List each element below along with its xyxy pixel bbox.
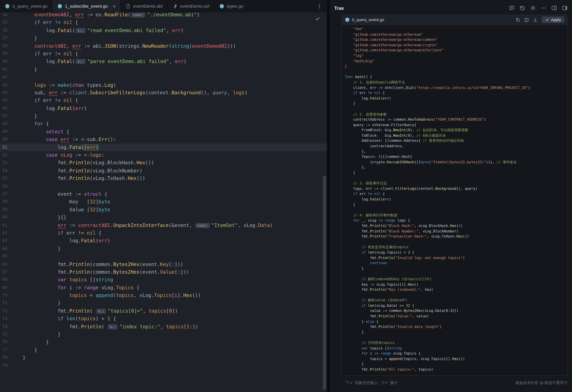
line-number[interactable]: 65 <box>0 253 21 260</box>
line-number[interactable]: 53 <box>0 159 21 167</box>
code-line-57[interactable]: 57 event := struct { <box>0 190 327 198</box>
code-line-77[interactable]: 77 } <box>0 346 327 354</box>
code-line-68[interactable]: 68 var topics []string <box>0 276 327 284</box>
line-number[interactable]: 69 <box>0 284 21 292</box>
code-line-55[interactable]: 55 fmt.Println(vLog.TxHash.Hex()) <box>0 175 327 182</box>
line-number[interactable]: 64 <box>0 245 21 253</box>
pane-divider[interactable] <box>327 0 330 392</box>
code-line-70[interactable]: 70 topics = append(topics, vLog.Topics[i… <box>0 291 327 299</box>
code-line-60[interactable]: 60 }{} <box>0 214 327 222</box>
line-number[interactable]: 62 <box>0 229 21 237</box>
code-line-45[interactable]: 45 if err != nil { <box>0 97 327 105</box>
code-line-53[interactable]: 53 fmt.Println(vLog.BlockHash.Hex()) <box>0 159 327 167</box>
line-number[interactable]: 77 <box>0 346 21 354</box>
line-number[interactable]: 76 <box>0 338 21 346</box>
line-number[interactable]: 37 <box>0 34 21 42</box>
line-number[interactable]: 71 <box>0 299 21 307</box>
line-number[interactable]: 49 <box>0 128 21 136</box>
line-number[interactable]: 58 <box>0 198 21 206</box>
code-line-56[interactable]: 56 <box>0 182 327 190</box>
editor-scrollbar[interactable] <box>323 176 326 390</box>
line-number[interactable]: 60 <box>0 214 21 222</box>
code-line-72[interactable]: 72 fmt.Println( a…:"topics[0]=", topics[… <box>0 307 327 315</box>
line-number[interactable]: 79 <box>0 362 21 369</box>
line-number[interactable]: 34 <box>0 13 21 19</box>
line-number[interactable]: 56 <box>0 182 21 190</box>
tab-bar-more-icon[interactable] <box>317 3 322 9</box>
line-number[interactable]: 45 <box>0 97 21 105</box>
line-number[interactable]: 54 <box>0 167 21 175</box>
code-editor[interactable]: 34 eventDemoABI, err := os.ReadFile(name… <box>0 13 327 392</box>
line-number[interactable]: 67 <box>0 268 21 276</box>
line-number[interactable]: 47 <box>0 112 21 120</box>
insert-code-icon[interactable] <box>533 17 538 22</box>
code-line-75[interactable]: 75 } <box>0 331 327 338</box>
code-line-63[interactable]: 63 log.Fatal(err) <box>0 237 327 245</box>
code-line-78[interactable]: 78} <box>0 354 327 362</box>
code-line-52[interactable]: 52 case vLog := <-logs: <box>0 151 327 159</box>
line-number[interactable]: 36 <box>0 27 21 34</box>
code-line-62[interactable]: 62 if err != nil { <box>0 229 327 237</box>
collapse-panel-icon[interactable] <box>562 5 568 11</box>
tab-types.go[interactable]: types.go <box>214 0 249 13</box>
code-line-43[interactable]: 43 logs := make(chan types.Log) <box>0 81 327 89</box>
tab-close-icon[interactable]: × <box>113 4 116 9</box>
settings-gear-icon[interactable] <box>530 5 536 11</box>
line-number[interactable]: 68 <box>0 276 21 284</box>
line-number[interactable]: 46 <box>0 105 21 112</box>
copy-code-icon[interactable] <box>516 17 521 22</box>
line-number[interactable]: 35 <box>0 19 21 27</box>
code-line-71[interactable]: 71 } <box>0 299 327 307</box>
code-line-34[interactable]: 34 eventDemoABI, err := os.ReadFile(name… <box>0 13 327 19</box>
code-line-76[interactable]: 76 } <box>0 338 327 346</box>
code-line-39[interactable]: 39 if err != nil { <box>0 50 327 58</box>
code-line-69[interactable]: 69 for i := range vLog.Topics { <box>0 284 327 292</box>
code-line-47[interactable]: 47 } <box>0 112 327 120</box>
line-number[interactable]: 66 <box>0 260 21 268</box>
code-line-54[interactable]: 54 fmt.Println(vLog.BlockNumber) <box>0 167 327 175</box>
tab-1_subscribe_event.go[interactable]: 1_subscribe_event.go× <box>53 0 121 13</box>
code-line-35[interactable]: 35 if err != nil { <box>0 19 327 27</box>
code-line-64[interactable]: 64 } <box>0 245 327 253</box>
line-number[interactable]: 55 <box>0 175 21 182</box>
apply-button[interactable]: Apply <box>542 16 564 23</box>
code-line-58[interactable]: 58 Key [32]byte <box>0 198 327 206</box>
code-line-44[interactable]: 44 sub, err := client.SubscribeFilterLog… <box>0 89 327 97</box>
code-line-48[interactable]: 48 for { <box>0 120 327 128</box>
code-line-79[interactable]: 79 <box>0 362 327 369</box>
line-number[interactable]: 40 <box>0 58 21 65</box>
line-number[interactable]: 70 <box>0 291 21 299</box>
code-line-51[interactable]: 51 log.Fatal(err) <box>0 143 327 151</box>
code-line-65[interactable]: 65 <box>0 253 327 260</box>
new-chat-icon[interactable] <box>509 5 515 11</box>
line-number[interactable]: 72 <box>0 307 21 315</box>
line-number[interactable]: 44 <box>0 89 21 97</box>
code-line-67[interactable]: 67 fmt.Println(common.Bytes2Hex(event.Va… <box>0 268 327 276</box>
line-number[interactable]: 43 <box>0 81 21 89</box>
code-line-46[interactable]: 46 log.Fatal(err) <box>0 105 327 112</box>
tab-eventDemo.abi[interactable]: eventDemo.abi <box>121 0 168 13</box>
line-number[interactable]: 73 <box>0 315 21 323</box>
history-icon[interactable] <box>519 5 525 11</box>
line-number[interactable]: 57 <box>0 190 21 198</box>
line-number[interactable]: 41 <box>0 65 21 73</box>
tab-0_query_event.go[interactable]: 0_query_event.go <box>0 0 53 13</box>
line-number[interactable]: 74 <box>0 323 21 331</box>
code-line-36[interactable]: 36 log.Fatal(v…:"read eventDemo.abi fail… <box>0 27 327 34</box>
line-number[interactable]: 59 <box>0 206 21 214</box>
tab-eventDemo.sol[interactable]: eventDemo.sol <box>168 0 214 13</box>
line-number[interactable]: 78 <box>0 354 21 362</box>
code-line-66[interactable]: 66 fmt.Println(common.Bytes2Hex(event.Ke… <box>0 260 327 268</box>
code-line-50[interactable]: 50 case err := <-sub.Err(): <box>0 136 327 143</box>
panel-layout-icon[interactable] <box>551 5 557 11</box>
line-number[interactable]: 63 <box>0 237 21 245</box>
line-number[interactable]: 48 <box>0 120 21 128</box>
code-line-59[interactable]: 59 Value [32]byte <box>0 206 327 214</box>
code-line-74[interactable]: 74 fmt.Println( a…:"index topic:", topic… <box>0 323 327 331</box>
line-number[interactable]: 75 <box>0 331 21 338</box>
line-number[interactable]: 51 <box>0 143 21 151</box>
line-number[interactable]: 39 <box>0 50 21 58</box>
more-options-icon[interactable] <box>540 5 546 11</box>
line-number[interactable]: 38 <box>0 42 21 50</box>
code-line-41[interactable]: 41 } <box>0 65 327 73</box>
